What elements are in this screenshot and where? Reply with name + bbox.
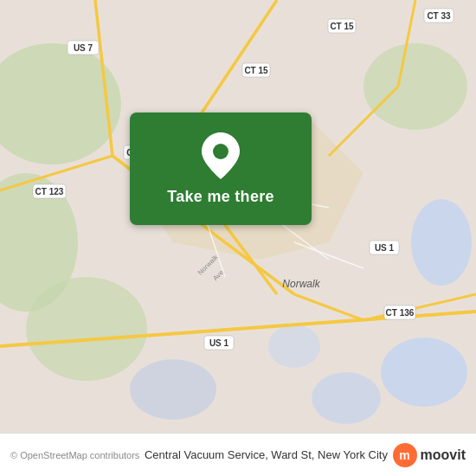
map-container: US 7 CT 33 CT 15 CT 15 CT 123 CT 1 US 1 … <box>0 0 476 433</box>
address-text: Central Vacuum Service, Ward St, New Yor… <box>139 448 392 461</box>
svg-text:CT 15: CT 15 <box>244 66 268 75</box>
take-me-there-button[interactable]: Take me there <box>130 113 312 225</box>
copyright-text: © OpenStreetMap contributors <box>10 450 139 460</box>
footer-bar: © OpenStreetMap contributors Central Vac… <box>0 433 476 476</box>
svg-text:CT 136: CT 136 <box>386 308 415 318</box>
svg-point-3 <box>26 277 147 381</box>
svg-point-7 <box>312 372 381 424</box>
svg-point-48 <box>213 144 228 159</box>
svg-point-6 <box>381 338 467 407</box>
location-pin-icon <box>202 132 240 179</box>
moovit-logo: m moovit <box>393 443 466 467</box>
svg-text:CT 33: CT 33 <box>427 11 451 21</box>
svg-text:US 1: US 1 <box>375 243 395 253</box>
svg-text:CT 15: CT 15 <box>330 22 354 31</box>
svg-text:CT 123: CT 123 <box>35 187 64 196</box>
svg-text:Norwalk: Norwalk <box>282 278 320 290</box>
footer-copyright-area: © OpenStreetMap contributors <box>10 450 139 460</box>
svg-text:US 7: US 7 <box>74 43 93 53</box>
svg-text:US 1: US 1 <box>209 338 229 348</box>
svg-point-8 <box>130 359 216 420</box>
svg-point-9 <box>268 325 320 368</box>
cta-label: Take me there <box>167 188 274 206</box>
svg-point-5 <box>411 199 472 286</box>
moovit-text: moovit <box>421 447 466 463</box>
svg-point-4 <box>363 43 467 130</box>
moovit-icon: m <box>393 443 417 467</box>
